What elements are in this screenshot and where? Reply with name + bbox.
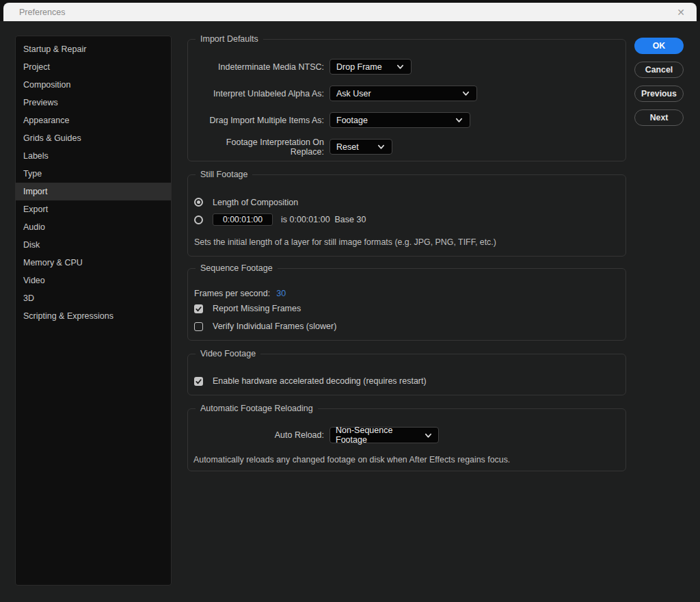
- section-video-footage: Video Footage Enable hardware accelerate…: [187, 354, 626, 395]
- drag-import-multiple-items-dropdown[interactable]: Footage: [329, 112, 470, 128]
- auto-reload-label: Auto Reload:: [193, 430, 324, 440]
- sidebar-item-scripting-expressions[interactable]: Scripting & Expressions: [16, 307, 171, 325]
- verify-individual-frames-label: Verify Individual Frames (slower): [213, 322, 336, 331]
- chevron-down-icon: [396, 62, 405, 71]
- sidebar-item-labels[interactable]: Labels: [16, 147, 171, 165]
- next-button[interactable]: Next: [634, 109, 684, 126]
- sidebar-item-type[interactable]: Type: [16, 165, 171, 183]
- section-legend: Video Footage: [196, 349, 260, 359]
- custom-duration-radio[interactable]: [194, 215, 203, 224]
- sidebar-item-export[interactable]: Export: [16, 200, 171, 218]
- footage-interpretation-on-replace-dropdown[interactable]: Reset: [329, 139, 392, 155]
- sidebar-item-audio[interactable]: Audio: [16, 218, 171, 236]
- section-import-defaults: Import Defaults Indeterminate Media NTSC…: [187, 39, 626, 161]
- still-footage-note: Sets the initial length of a layer for s…: [194, 237, 496, 247]
- chevron-down-icon: [455, 116, 463, 125]
- indeterminate-media-ntsc-dropdown[interactable]: Drop Frame: [329, 59, 412, 75]
- length-of-composition-radio[interactable]: [194, 198, 203, 207]
- close-icon[interactable]: ✕: [673, 5, 688, 20]
- length-of-composition-label: Length of Composition: [213, 198, 298, 207]
- cancel-button[interactable]: Cancel: [634, 62, 684, 78]
- sidebar-item-composition[interactable]: Composition: [16, 76, 171, 94]
- auto-reload-dropdown[interactable]: Non-Sequence Footage: [329, 427, 439, 443]
- checkmark-icon: [195, 305, 202, 313]
- duration-equivalent-text: is 0:00:01:00 Base 30: [281, 215, 366, 224]
- indeterminate-media-ntsc-label: Indeterminate Media NTSC:: [193, 62, 324, 72]
- title-bar: Preferences ✕: [3, 3, 697, 21]
- sidebar-item-grids-guides[interactable]: Grids & Guides: [16, 129, 171, 147]
- section-legend: Still Footage: [196, 170, 252, 180]
- window-title: Preferences: [19, 8, 65, 17]
- auto-reload-note: Automatically reloads any changed footag…: [193, 455, 510, 464]
- previous-button[interactable]: Previous: [634, 86, 684, 102]
- frames-per-second-label: Frames per second:: [194, 289, 270, 298]
- section-legend: Sequence Footage: [196, 263, 278, 274]
- sidebar-item-3d[interactable]: 3D: [16, 289, 171, 307]
- section-legend: Import Defaults: [196, 34, 263, 44]
- preferences-window: Preferences ✕ Startup & Repair Project C…: [0, 0, 700, 602]
- interpret-unlabeled-alpha-dropdown[interactable]: Ask User: [329, 86, 477, 101]
- chevron-down-icon: [424, 431, 433, 440]
- sidebar-item-appearance[interactable]: Appearance: [16, 112, 171, 129]
- hardware-accelerated-decoding-label: Enable hardware accelerated decoding (re…: [213, 376, 427, 386]
- sidebar-item-memory-cpu[interactable]: Memory & CPU: [16, 254, 171, 272]
- checkmark-icon: [195, 378, 202, 385]
- report-missing-frames-checkbox[interactable]: [194, 304, 203, 313]
- ok-button[interactable]: OK: [634, 38, 684, 54]
- sidebar-item-video[interactable]: Video: [16, 272, 171, 289]
- frames-per-second-value[interactable]: 30: [276, 289, 286, 298]
- still-duration-input[interactable]: 0:00:01:00: [213, 213, 273, 226]
- footage-interpretation-on-replace-label: Footage Interpretation On Replace:: [193, 138, 324, 157]
- verify-individual-frames-checkbox[interactable]: [194, 322, 203, 331]
- interpret-unlabeled-alpha-label: Interpret Unlabeled Alpha As:: [193, 89, 324, 99]
- sidebar-item-disk[interactable]: Disk: [16, 236, 171, 254]
- hardware-accelerated-decoding-checkbox[interactable]: [194, 377, 203, 386]
- section-still-footage: Still Footage Length of Composition 0:00…: [187, 174, 626, 257]
- section-sequence-footage: Sequence Footage Frames per second: 30 R…: [187, 268, 626, 341]
- sidebar-item-import[interactable]: Import: [16, 183, 171, 200]
- chevron-down-icon: [377, 142, 386, 151]
- sidebar-item-startup-repair[interactable]: Startup & Repair: [16, 40, 171, 58]
- sidebar-item-project[interactable]: Project: [16, 58, 171, 76]
- sidebar-item-previews[interactable]: Previews: [16, 94, 171, 112]
- report-missing-frames-label: Report Missing Frames: [213, 304, 301, 313]
- section-automatic-footage-reloading: Automatic Footage Reloading Auto Reload:…: [187, 408, 626, 471]
- chevron-down-icon: [461, 89, 470, 98]
- drag-import-multiple-items-label: Drag Import Multiple Items As:: [193, 116, 324, 125]
- preferences-category-list: Startup & Repair Project Composition Pre…: [15, 36, 172, 586]
- section-legend: Automatic Footage Reloading: [196, 404, 318, 414]
